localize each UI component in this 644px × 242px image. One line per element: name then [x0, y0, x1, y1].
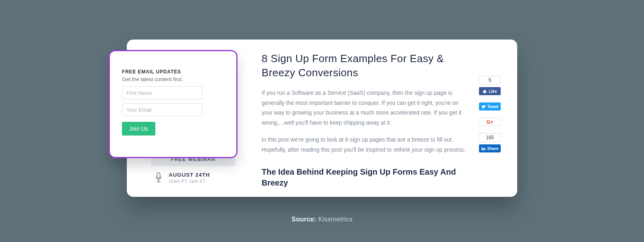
- article: 8 Sign Up Form Examples For Easy & Breez…: [262, 52, 467, 188]
- join-us-button[interactable]: Join Us: [122, 122, 155, 136]
- facebook-like-button[interactable]: Like: [479, 87, 501, 95]
- linkedin-share-button[interactable]: Share: [479, 144, 501, 152]
- twitter-icon: [481, 104, 486, 109]
- google-plus-button[interactable]: G+: [479, 118, 501, 126]
- webinar-date: AUGUST 24TH: [169, 172, 210, 178]
- linkedin-count: 165: [479, 133, 501, 142]
- article-paragraph: If you run a Software as a Service (SaaS…: [262, 88, 467, 127]
- google-plus-label: G+: [486, 119, 493, 125]
- microphone-icon: [154, 172, 163, 184]
- article-subheading: The Idea Behind Keeping Sign Up Forms Ea…: [262, 167, 467, 188]
- linkedin-icon: [481, 146, 486, 151]
- webinar-text: AUGUST 24TH 10am PT, 1pm ET: [169, 172, 210, 184]
- facebook-like-label: Like: [489, 89, 497, 94]
- thumbs-up-icon: [483, 89, 487, 94]
- svg-rect-0: [157, 173, 160, 178]
- signup-form-callout: FREE EMAIL UPDATES Get the latest conten…: [109, 50, 237, 158]
- facebook-count: 5: [479, 76, 501, 85]
- webinar-time: 10am PT, 1pm ET: [169, 179, 210, 184]
- email-field[interactable]: [122, 103, 202, 116]
- caption-value: Kissmetrics: [318, 216, 353, 223]
- signup-subtitle: Get the latest content first.: [122, 76, 224, 82]
- social-rail: 5 Like Tweet G+ 165 Share: [478, 76, 502, 152]
- linkedin-share-label: Share: [487, 146, 499, 151]
- first-name-field[interactable]: [122, 86, 202, 99]
- article-title: 8 Sign Up Form Examples For Easy & Breez…: [262, 52, 467, 80]
- article-paragraph: In this post we're going to look at 8 si…: [262, 135, 467, 154]
- image-caption: Source: Kissmetrics: [0, 216, 644, 223]
- webinar-row[interactable]: AUGUST 24TH 10am PT, 1pm ET: [151, 166, 235, 186]
- twitter-tweet-label: Tweet: [487, 104, 499, 109]
- signup-title: FREE EMAIL UPDATES: [122, 69, 224, 75]
- caption-label: Source:: [291, 216, 316, 223]
- twitter-tweet-button[interactable]: Tweet: [479, 102, 501, 111]
